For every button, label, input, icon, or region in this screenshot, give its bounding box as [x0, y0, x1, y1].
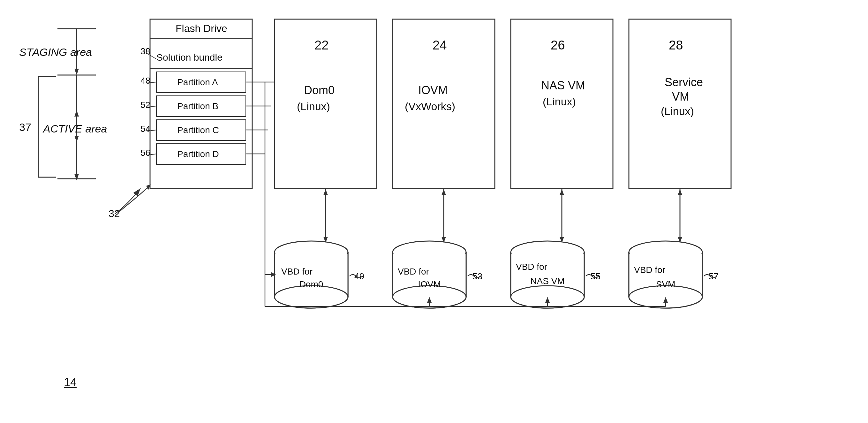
- partition-c-label: Partition C: [177, 125, 219, 135]
- svm-sub: (Linux): [661, 105, 694, 117]
- label-37: 37: [19, 121, 31, 133]
- svg-marker-67: [560, 189, 564, 195]
- svg-marker-12: [74, 110, 79, 117]
- vbd-svm-label1: VBD for: [634, 265, 665, 275]
- partition-d-label: Partition D: [177, 149, 219, 159]
- label-54: 54: [141, 124, 150, 134]
- flash-drive-title: Flash Drive: [176, 23, 227, 34]
- iovm-number: 24: [433, 38, 447, 52]
- svm-label2: VM: [672, 90, 689, 103]
- iovm-label: IOVM: [418, 84, 447, 97]
- label-52: 52: [141, 100, 150, 110]
- svg-marker-70: [678, 189, 682, 195]
- nas-number: 26: [551, 38, 565, 52]
- dom0-number: 22: [314, 38, 329, 52]
- vbd-dom0-label2: Dom0: [300, 279, 323, 289]
- label-32: 32: [108, 208, 120, 219]
- partition-a-label: Partition A: [177, 77, 218, 87]
- vbd-iovm-label1: VBD for: [398, 267, 429, 276]
- vbd-nas-label1: VBD for: [516, 262, 547, 272]
- vbd-dom0-label1: VBD for: [281, 267, 313, 276]
- iovm-sub: (VxWorks): [405, 100, 455, 112]
- vbd-svm-label2: SVM: [656, 279, 676, 289]
- svm-label1: Service: [665, 75, 703, 89]
- nas-sub: (Linux): [543, 95, 576, 108]
- label-56: 56: [141, 148, 150, 158]
- vbd-iovm-label2: IOVM: [418, 279, 441, 289]
- staging-area-label: STAGING area: [19, 46, 92, 58]
- svg-marker-6: [74, 174, 79, 180]
- svg-marker-61: [323, 189, 328, 195]
- partition-b-label: Partition B: [177, 101, 218, 111]
- svg-marker-64: [441, 189, 446, 195]
- dom0-sub: (Linux): [297, 100, 330, 112]
- nas-label1: NAS VM: [541, 79, 585, 92]
- vbd-nas-label2: NAS VM: [530, 276, 564, 286]
- active-area-label: ACTIVE area: [42, 123, 107, 135]
- label-14: 14: [64, 376, 76, 389]
- svg-marker-14: [74, 136, 79, 142]
- label-48: 48: [141, 75, 150, 86]
- solution-bundle-label: Solution bundle: [156, 52, 222, 63]
- svg-marker-3: [74, 69, 79, 75]
- diagram-container: STAGING area 37 ACTIVE area Flash Drive …: [0, 0, 868, 423]
- dom0-label: Dom0: [304, 84, 335, 97]
- svm-number: 28: [669, 38, 683, 52]
